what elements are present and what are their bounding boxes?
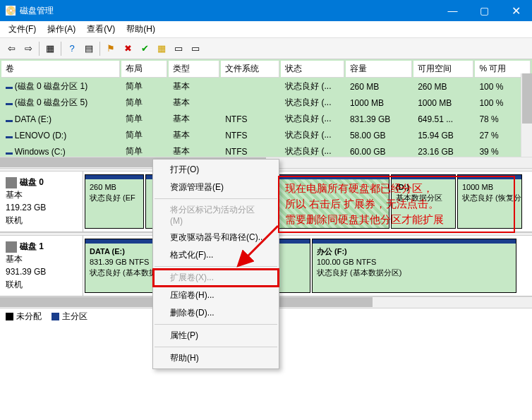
properties-button[interactable]: ▭ xyxy=(171,41,186,56)
menu-item: 扩展卷(X)... xyxy=(153,269,279,287)
menu-item[interactable]: 压缩卷(H)... xyxy=(153,287,279,304)
column-header[interactable]: 文件系统 xyxy=(221,61,279,78)
scrollbar-vertical[interactable] xyxy=(521,73,532,157)
menu-item[interactable]: 帮助(H) xyxy=(153,349,279,367)
menu-separator xyxy=(155,266,277,267)
disk-header[interactable]: 磁盘 0基本119.23 GB联机 xyxy=(0,172,83,232)
back-button[interactable]: ⇦ xyxy=(4,41,19,56)
table-row[interactable]: DATA (E:)简单基本NTFS状态良好 (...831.39 GB649.5… xyxy=(1,112,531,126)
disk-icon xyxy=(6,177,17,188)
menu-action[interactable]: 操作(A) xyxy=(42,21,81,38)
disk-header[interactable]: 磁盘 1基本931.39 GB联机 xyxy=(0,236,83,296)
maximize-button[interactable]: ▢ xyxy=(468,0,500,21)
menu-view[interactable]: 查看(V) xyxy=(81,21,121,38)
list-button[interactable]: ▭ xyxy=(188,41,203,56)
app-icon: 📀 xyxy=(6,6,16,16)
table-row[interactable]: Windows (C:)简单基本NTFS状态良好 (...60.00 GB23.… xyxy=(1,144,531,157)
separator xyxy=(99,42,100,56)
toolbar: ⇦ ⇨ ▦ ? ▤ ⚑ ✖ ✔ ▦ ▭ ▭ xyxy=(0,38,532,59)
refresh-button[interactable]: ▤ xyxy=(81,41,97,56)
partition[interactable]: 办公 (F:)100.00 GB NTFS状态良好 (基本数据分区) xyxy=(312,239,516,293)
grid-button[interactable]: ▦ xyxy=(42,41,58,56)
flag-button[interactable]: ⚑ xyxy=(103,41,119,56)
legend-swatch-unallocated xyxy=(6,313,13,320)
menu-help[interactable]: 帮助(H) xyxy=(121,21,161,38)
table-row[interactable]: (磁盘 0 磁盘分区 5)简单基本状态良好 (...1000 MB1000 MB… xyxy=(1,95,531,110)
menu-bar: 文件(F) 操作(A) 查看(V) 帮助(H) xyxy=(0,21,532,38)
menu-separator xyxy=(155,198,277,199)
svg-line-1 xyxy=(246,226,278,258)
folder-button[interactable]: ▦ xyxy=(154,41,169,56)
menu-item[interactable]: 属性(P) xyxy=(153,327,279,344)
disk-icon xyxy=(6,241,17,253)
minimize-button[interactable]: — xyxy=(437,0,468,21)
annotation-callout: 现在电脑所有硬盘都已经分区， 所以 右击后 扩展券，无法点击。 需要删除同硬盘其… xyxy=(278,176,515,233)
partition[interactable]: 260 MB状态良好 (EF xyxy=(85,174,144,229)
delete-button[interactable]: ✖ xyxy=(120,41,135,56)
separator xyxy=(39,42,40,56)
close-button[interactable]: ✕ xyxy=(500,0,532,21)
annotation-arrow-icon xyxy=(241,224,284,266)
menu-item[interactable]: 资源管理器(E) xyxy=(153,179,279,196)
table-row[interactable]: (磁盘 0 磁盘分区 1)简单基本状态良好 (...260 MB260 MB10… xyxy=(1,79,531,94)
column-header[interactable]: 状态 xyxy=(281,61,344,78)
menu-item[interactable]: 打开(O) xyxy=(153,161,279,179)
legend-swatch-primary xyxy=(52,313,59,320)
menu-file[interactable]: 文件(F) xyxy=(3,21,42,38)
check-button[interactable]: ✔ xyxy=(137,41,152,56)
column-header[interactable]: 卷 xyxy=(1,61,120,78)
menu-separator xyxy=(155,324,277,325)
column-header[interactable]: 可用空间 xyxy=(413,61,473,78)
column-header[interactable]: 类型 xyxy=(169,61,219,78)
separator xyxy=(61,42,61,56)
forward-button[interactable]: ⇨ xyxy=(20,41,36,56)
menu-separator xyxy=(155,347,277,347)
column-header[interactable]: 容量 xyxy=(346,61,412,78)
column-header[interactable]: 布局 xyxy=(121,61,167,78)
title-bar: 📀 磁盘管理 — ▢ ✕ xyxy=(0,0,532,21)
volume-list: 卷布局类型文件系统状态容量可用空间% 可用 (磁盘 0 磁盘分区 1)简单基本状… xyxy=(0,59,532,157)
table-row[interactable]: LENOVO (D:)简单基本NTFS状态良好 (...58.00 GB15.9… xyxy=(1,128,531,143)
menu-item[interactable]: 删除卷(D)... xyxy=(153,304,279,322)
window-title: 磁盘管理 xyxy=(20,5,437,17)
help-button[interactable]: ? xyxy=(64,41,80,56)
